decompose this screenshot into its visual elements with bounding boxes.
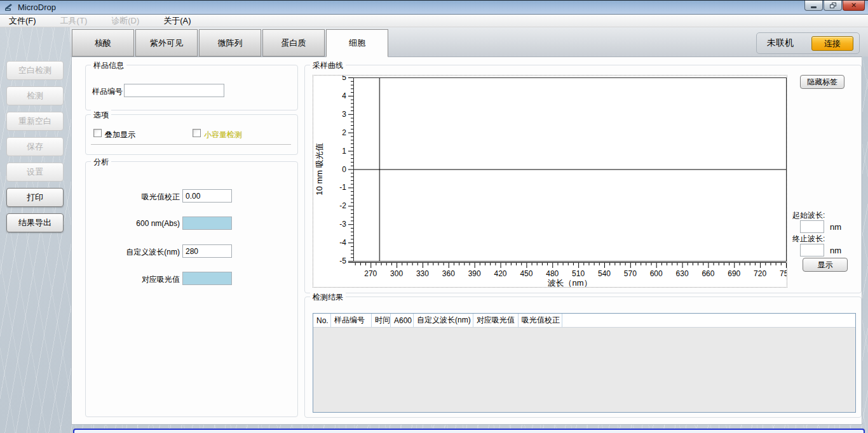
svg-text:570: 570	[624, 269, 637, 278]
main-panel: 样品信息 样品编号 选项 叠加显示 小容量检测 分析 吸光值校正600 nm(A…	[71, 57, 862, 425]
sample-id-label: 样品编号	[92, 86, 123, 97]
title-bar: MicroDrop ✕	[0, 1, 868, 15]
options-separator	[91, 144, 291, 145]
analysis-input[interactable]	[182, 189, 232, 203]
svg-text:0: 0	[342, 165, 346, 174]
svg-text:510: 510	[572, 269, 585, 278]
results-column-header[interactable]: No.	[313, 314, 331, 327]
svg-text:4: 4	[342, 91, 346, 100]
analysis-row-label: 自定义波长(nm)	[86, 247, 180, 258]
sample-info-group-label: 样品信息	[91, 60, 126, 71]
window-title: MicroDrop	[18, 3, 56, 12]
svg-text:10 mm 吸光值: 10 mm 吸光值	[315, 143, 324, 195]
sidebar-button: 保存	[6, 137, 64, 156]
svg-text:270: 270	[364, 269, 377, 278]
svg-text:2: 2	[342, 128, 346, 137]
status-strip	[73, 429, 865, 433]
svg-text:5: 5	[342, 76, 346, 82]
app-window: MicroDrop ✕ 文件(F)工具(T)诊断(D)关于(A) 核酸紫外可见微…	[0, 0, 868, 433]
window-controls: ✕	[804, 1, 865, 11]
results-column-header[interactable]: A600	[391, 314, 414, 327]
svg-text:330: 330	[416, 269, 429, 278]
analysis-row-label: 600 nm(Abs)	[86, 219, 180, 228]
svg-text:-1: -1	[339, 183, 346, 192]
svg-text:-3: -3	[339, 220, 346, 229]
sidebar-button: 设置	[6, 163, 64, 182]
svg-text:-4: -4	[339, 238, 346, 247]
sidebar-button[interactable]: 结果导出	[6, 213, 64, 232]
analysis-group: 分析 吸光值校正600 nm(Abs)自定义波长(nm)对应吸光值	[85, 161, 298, 417]
results-column-header[interactable]: 时间	[372, 314, 391, 327]
sidebar-button[interactable]: 打印	[6, 188, 64, 207]
svg-text:660: 660	[702, 269, 714, 278]
analysis-row-label: 对应吸光值	[86, 274, 180, 285]
analysis-input[interactable]	[182, 244, 232, 258]
curve-group-label: 采样曲线	[310, 60, 346, 71]
svg-text:540: 540	[598, 269, 611, 278]
sidebar-button: 检测	[6, 86, 64, 105]
connect-button[interactable]: 连接	[811, 36, 853, 51]
minimize-icon	[811, 6, 817, 8]
tab-3[interactable]: 微阵列	[199, 29, 261, 57]
options-group-label: 选项	[91, 110, 111, 121]
analysis-row-label: 吸光值校正	[86, 192, 180, 203]
sidebar-button: 空白检测	[6, 61, 64, 80]
end-wavelength-unit: nm	[830, 246, 841, 255]
options-group: 选项 叠加显示 小容量检测	[85, 114, 298, 155]
hide-labels-button[interactable]: 隐藏标签	[800, 75, 844, 89]
close-button[interactable]: ✕	[843, 1, 865, 11]
minimize-button[interactable]	[804, 1, 823, 11]
sample-info-group: 样品信息 样品编号	[85, 65, 298, 110]
end-wavelength-label: 终止波长:	[792, 234, 825, 244]
connection-panel: 未联机 连接	[756, 32, 860, 54]
tab-1[interactable]: 核酸	[72, 29, 134, 57]
spectrum-chart: 2703003303603904204504805105405706006306…	[313, 75, 787, 288]
close-icon: ✕	[851, 2, 857, 9]
overlay-display-label: 叠加显示	[105, 130, 135, 140]
svg-text:630: 630	[676, 269, 689, 278]
analysis-readonly-field	[182, 216, 232, 230]
start-wavelength-input[interactable]	[800, 220, 824, 233]
end-wavelength-input[interactable]	[800, 244, 824, 256]
start-wavelength-label: 起始波长:	[792, 210, 825, 221]
overlay-display-checkbox[interactable]	[93, 129, 102, 137]
results-column-header[interactable]: 自定义波长(nm)	[414, 314, 473, 327]
sample-id-input[interactable]	[124, 84, 224, 97]
tab-5[interactable]: 细胞	[326, 29, 388, 57]
svg-text:-5: -5	[339, 256, 346, 265]
results-table: No.样品编号时间A600自定义波长(nm)对应吸光值吸光值校正	[313, 313, 856, 413]
small-volume-checkbox[interactable]	[193, 129, 201, 137]
svg-text:3: 3	[342, 110, 346, 119]
tab-2[interactable]: 紫外可见	[135, 29, 198, 57]
results-column-header[interactable]: 对应吸光值	[473, 314, 519, 327]
app-body: 核酸紫外可见微阵列蛋白质细胞 未联机 连接 空白检测检测重新空白保存设置打印结果…	[0, 27, 868, 433]
menu-item[interactable]: 关于(A)	[157, 14, 197, 28]
svg-text:480: 480	[546, 269, 559, 278]
connection-status: 未联机	[767, 37, 794, 49]
svg-text:-2: -2	[339, 201, 346, 210]
restore-button[interactable]	[824, 1, 842, 11]
results-table-header: No.样品编号时间A600自定义波长(nm)对应吸光值吸光值校正	[313, 314, 855, 328]
menu-item: 工具(T)	[54, 14, 94, 28]
svg-text:波长（nm）: 波长（nm）	[547, 278, 592, 287]
spectrum-chart-canvas: 2703003303603904204504805105405706006306…	[313, 76, 787, 287]
results-group-label: 检测结果	[310, 292, 346, 303]
app-icon	[4, 3, 15, 11]
restore-icon	[830, 3, 836, 8]
results-column-header[interactable]: 样品编号	[331, 314, 372, 327]
sidebar-button: 重新空白	[6, 112, 64, 131]
results-group: 检测结果 No.样品编号时间A600自定义波长(nm)对应吸光值吸光值校正	[304, 296, 862, 418]
svg-text:300: 300	[390, 269, 403, 278]
tab-4[interactable]: 蛋白质	[262, 29, 325, 57]
analysis-group-label: 分析	[91, 157, 111, 168]
menu-item: 诊断(D)	[105, 14, 146, 28]
show-button[interactable]: 显示	[803, 258, 848, 272]
menu-bar: 文件(F)工具(T)诊断(D)关于(A)	[0, 15, 868, 27]
svg-text:750: 750	[780, 269, 787, 278]
svg-text:1: 1	[342, 147, 346, 156]
results-column-header[interactable]: 吸光值校正	[519, 314, 562, 327]
svg-text:420: 420	[494, 269, 507, 278]
menu-item[interactable]: 文件(F)	[3, 14, 43, 28]
svg-text:360: 360	[442, 269, 455, 278]
svg-text:720: 720	[754, 269, 766, 278]
